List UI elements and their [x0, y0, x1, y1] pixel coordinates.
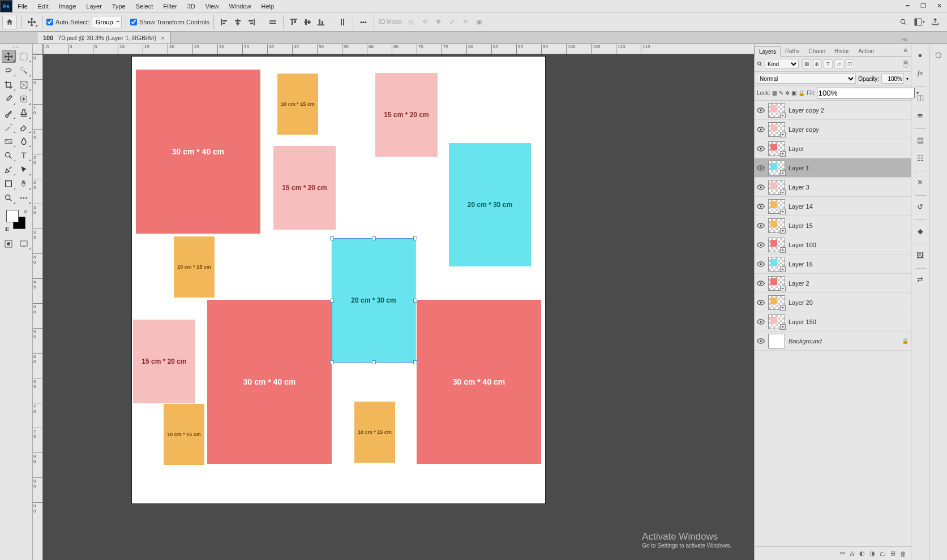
layer-thumbnail[interactable]: ▪	[768, 161, 785, 175]
more-options-icon[interactable]: •••	[357, 16, 370, 28]
menu-help[interactable]: Help	[256, 3, 280, 10]
menu-view[interactable]: View	[200, 3, 224, 10]
layer-thumbnail[interactable]: ▪	[768, 238, 785, 252]
maximize-button[interactable]: ❐	[915, 0, 931, 12]
layer-thumbnail[interactable]: ▪	[768, 199, 785, 214]
panel-tab-chann[interactable]: Chann	[804, 46, 830, 56]
visibility-toggle[interactable]	[757, 222, 765, 230]
visibility-toggle[interactable]	[757, 106, 765, 114]
frame-tool[interactable]	[17, 78, 31, 91]
layer-name[interactable]: Layer 2	[789, 280, 909, 287]
dodge-tool[interactable]	[2, 149, 16, 162]
layer-row[interactable]: ▪Layer copy 2	[755, 101, 911, 120]
swatches-panel-icon[interactable]: ✕	[913, 175, 928, 189]
history-brush-tool[interactable]	[2, 120, 16, 133]
swap-colors-icon[interactable]: ⤭	[23, 209, 28, 214]
layer-fx-icon[interactable]: fx	[850, 550, 855, 557]
panel-tab-layers[interactable]: Layers	[755, 46, 781, 57]
layer-name[interactable]: Layer 14	[789, 203, 909, 210]
transform-handle[interactable]	[413, 360, 417, 364]
align-middle-icon[interactable]	[301, 16, 314, 28]
layer-name[interactable]: Layer copy 2	[789, 107, 909, 114]
artboard[interactable]: 30 cm * 40 cm10 cm * 15 cm15 cm * 20 cm1…	[132, 57, 545, 503]
3d-panel-icon[interactable]: ⬡	[931, 48, 946, 62]
layer-thumbnail[interactable]: ▪	[768, 103, 785, 118]
visibility-toggle[interactable]	[757, 183, 765, 191]
visibility-toggle[interactable]	[757, 126, 765, 133]
history-panel-icon[interactable]: ↺	[913, 199, 928, 214]
transform-controls-checkbox[interactable]: Show Transform Controls	[130, 19, 209, 25]
blur-tool[interactable]	[17, 135, 31, 148]
layer-thumbnail[interactable]: ▪	[768, 180, 785, 195]
layer-name[interactable]: Layer copy	[789, 126, 909, 133]
pen-tool[interactable]	[2, 163, 16, 176]
visibility-toggle[interactable]	[757, 318, 765, 326]
filter-type-icon[interactable]: T	[824, 59, 833, 68]
transform-handle[interactable]	[413, 299, 417, 303]
layer-thumbnail[interactable]: ▪	[768, 295, 785, 310]
ruler-origin[interactable]	[33, 44, 43, 54]
eraser-tool[interactable]	[17, 120, 31, 133]
transform-handle[interactable]	[330, 299, 334, 303]
layer-row[interactable]: ▪Layer 100	[755, 235, 911, 255]
transform-handle[interactable]	[330, 236, 334, 240]
visibility-toggle[interactable]	[757, 203, 765, 210]
path-select-tool[interactable]	[17, 163, 31, 176]
opacity-dropdown-icon[interactable]: ▾	[906, 76, 909, 81]
auto-select-mode[interactable]: Group	[92, 16, 122, 28]
menu-layer[interactable]: Layer	[81, 3, 107, 10]
quick-mask-icon[interactable]	[2, 237, 16, 250]
transform-handle[interactable]	[372, 360, 376, 364]
canvas-shape[interactable]: 20 cm * 30 cm	[449, 143, 531, 266]
align-bottom-icon[interactable]	[315, 16, 327, 28]
brushes-panel-icon[interactable]: ◆	[913, 223, 928, 238]
close-tab-icon[interactable]: ×	[161, 35, 164, 41]
color-panel-icon[interactable]: ●	[913, 48, 928, 62]
hand-tool[interactable]	[17, 177, 31, 190]
layer-row[interactable]: ▪Layer 16	[755, 255, 911, 274]
layer-name[interactable]: Layer 150	[789, 318, 909, 325]
layer-name[interactable]: Layer 20	[789, 299, 909, 306]
panel-grip[interactable]: ┅┅	[5, 45, 28, 49]
filter-shape-icon[interactable]: ▱	[834, 59, 843, 68]
layer-thumbnail[interactable]	[768, 334, 785, 348]
distribute-h-icon[interactable]	[267, 16, 279, 28]
layer-row[interactable]: ▪Layer 20	[755, 293, 911, 312]
visibility-toggle[interactable]	[757, 260, 765, 268]
layer-name[interactable]: Layer 1	[789, 165, 909, 171]
actions-panel-icon[interactable]: ⇄	[913, 272, 928, 287]
link-layers-icon[interactable]: ⚯	[840, 550, 845, 557]
filter-adjust-icon[interactable]: ◐	[813, 59, 822, 68]
visibility-toggle[interactable]	[757, 241, 765, 249]
fill-input[interactable]	[817, 88, 915, 98]
search-icon[interactable]	[897, 16, 910, 28]
visibility-toggle[interactable]	[757, 145, 765, 153]
menu-select[interactable]: Select	[131, 3, 158, 10]
menu-file[interactable]: File	[12, 3, 33, 10]
share-icon[interactable]	[929, 16, 941, 28]
layer-row[interactable]: ▪Layer 3	[755, 178, 911, 197]
layer-name[interactable]: Layer	[789, 145, 909, 152]
canvas-shape[interactable]: 30 cm * 40 cm	[207, 300, 332, 464]
menu-type[interactable]: Type	[107, 3, 131, 10]
shape-tool[interactable]	[2, 177, 16, 190]
visibility-toggle[interactable]	[757, 164, 765, 172]
layer-row[interactable]: ▪Layer 14	[755, 197, 911, 216]
layer-name[interactable]: Layer 15	[789, 222, 909, 229]
stamp-tool[interactable]	[17, 106, 31, 119]
lock-all-icon[interactable]: 🔒	[798, 89, 805, 98]
menu-image[interactable]: Image	[54, 3, 82, 10]
visibility-toggle[interactable]	[757, 337, 765, 345]
filter-toggle[interactable]	[903, 60, 909, 68]
menu-window[interactable]: Window	[224, 3, 256, 10]
layer-row-background[interactable]: Background🔒	[755, 331, 911, 351]
auto-select-checkbox[interactable]: Auto-Select:	[46, 19, 89, 25]
canvas-shape[interactable]: 15 cm * 20 cm	[273, 146, 336, 230]
libraries-panel-icon[interactable]: ▤	[913, 132, 928, 147]
close-button[interactable]: ✕	[931, 0, 947, 12]
panel-tab-histor[interactable]: Histor	[830, 46, 854, 56]
lock-artboard-icon[interactable]: ▣	[791, 89, 796, 98]
layer-row[interactable]: ▪Layer copy	[755, 120, 911, 139]
align-left-icon[interactable]	[218, 16, 230, 28]
layer-group-icon[interactable]: 🗀	[880, 550, 886, 557]
